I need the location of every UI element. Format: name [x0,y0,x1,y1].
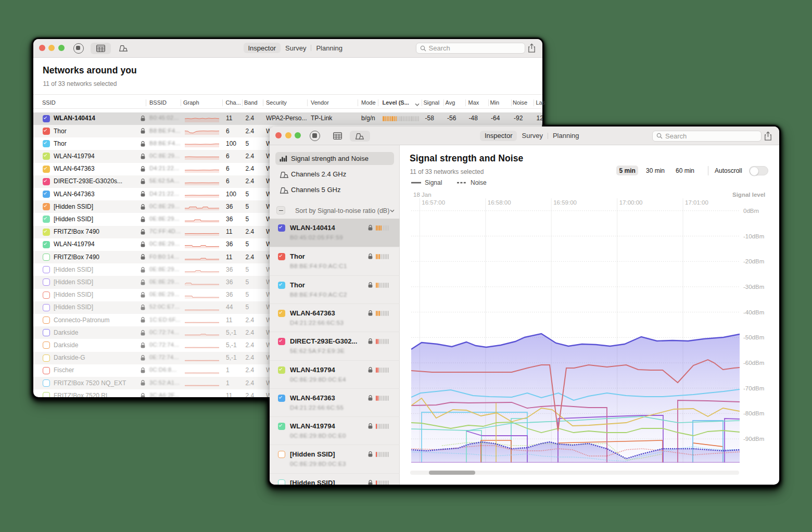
svg-text:-80dBm: -80dBm [743,410,764,416]
svg-text:17:01:00: 17:01:00 [685,199,708,206]
svg-text:16:59:00: 16:59:00 [553,199,577,206]
svg-text:16:58:00: 16:58:00 [488,199,511,206]
svg-text:-60dBm: -60dBm [743,360,764,366]
svg-text:17:00:00: 17:00:00 [619,199,643,206]
svg-text:Signal level: Signal level [732,192,765,198]
svg-text:-40dBm: -40dBm [743,309,764,315]
svg-text:18 Jan: 18 Jan [413,192,432,198]
svg-text:-70dBm: -70dBm [743,385,764,391]
svg-text:-50dBm: -50dBm [743,334,764,340]
svg-text:-90dBm: -90dBm [743,436,764,442]
svg-text:-30dBm: -30dBm [743,284,764,290]
svg-text:0dBm: 0dBm [743,208,759,214]
svg-text:-20dBm: -20dBm [743,258,764,264]
svg-text:-10dBm: -10dBm [743,233,764,239]
svg-text:16:57:00: 16:57:00 [422,199,445,206]
